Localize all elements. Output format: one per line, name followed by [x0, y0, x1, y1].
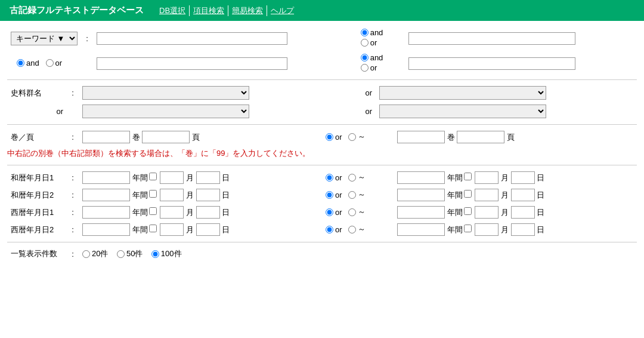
keyword-row-2: and or and — [7, 51, 637, 76]
date-month-0[interactable] — [160, 171, 184, 184]
date-or-radio-label-2[interactable]: or — [326, 208, 342, 217]
date-year-1[interactable] — [82, 189, 130, 201]
date-nen-check-2[interactable] — [149, 207, 157, 215]
keyword-input-2[interactable] — [97, 57, 287, 70]
date-month-r1[interactable] — [475, 189, 499, 201]
date-day-1[interactable] — [196, 189, 220, 201]
maki-or-radio[interactable] — [326, 133, 333, 141]
date-or-radio-1[interactable] — [326, 191, 333, 199]
shiro-section: 史料群名 : or or — [7, 84, 637, 121]
date-or-radio-3[interactable] — [326, 226, 333, 233]
display-count-section: 一覧表示件数 : 20件 50件 100件 — [7, 246, 637, 262]
maki-label: 巻／頁 — [7, 128, 67, 146]
date-nen-check-r2[interactable] — [464, 207, 472, 215]
date-or-radio-2[interactable] — [326, 208, 333, 216]
count-50-radio[interactable] — [117, 250, 125, 258]
count-20-radio[interactable] — [82, 250, 90, 258]
keyword-label-cell: キーワード ▼ — [7, 26, 81, 51]
and-radio-label-r2[interactable]: and — [361, 53, 383, 62]
date-range-radio-3[interactable] — [348, 226, 356, 233]
or-radio-label-r2[interactable]: or — [361, 63, 377, 72]
date-year-3[interactable] — [82, 223, 130, 236]
or-radio-r2[interactable] — [361, 64, 369, 72]
date-year-r0[interactable] — [397, 171, 445, 184]
maki-input-2[interactable] — [397, 131, 445, 143]
or-radio-2[interactable] — [46, 59, 54, 67]
date-year-r3[interactable] — [397, 223, 445, 236]
nav-db-select[interactable]: DB選択 — [156, 5, 190, 16]
date-label-2: 西暦年月日1 — [7, 204, 67, 221]
shiro-label: 史料群名 — [7, 84, 67, 102]
and-radio-2[interactable] — [17, 59, 24, 67]
date-month-r2[interactable] — [475, 206, 499, 219]
date-day-2[interactable] — [196, 206, 220, 219]
keyword-input-1[interactable] — [97, 32, 287, 45]
shiro-or-label-2: or — [7, 102, 67, 121]
date-range-radio-label-1[interactable]: ～ — [348, 189, 366, 200]
date-nen-check-r0[interactable] — [464, 173, 472, 180]
date-label-1: 和暦年月日2 — [7, 186, 67, 204]
main-content: キーワード ▼ : and or — [0, 21, 644, 267]
date-month-1[interactable] — [160, 189, 184, 201]
shiro-select-r1[interactable] — [379, 86, 546, 100]
date-nen-check-0[interactable] — [149, 173, 157, 180]
date-row-3: 西暦年月日2 : 年間 月 日 or ～ 年間 月 — [7, 221, 637, 238]
shiro-select-2[interactable] — [82, 105, 249, 118]
page-input-1[interactable] — [142, 131, 190, 143]
count-50-label[interactable]: 50件 — [117, 248, 143, 259]
maki-input-1[interactable] — [82, 131, 130, 143]
date-year-r1[interactable] — [397, 189, 445, 201]
date-or-radio-label-0[interactable]: or — [326, 173, 342, 182]
date-month-2[interactable] — [160, 206, 184, 219]
date-or-radio-0[interactable] — [326, 174, 333, 182]
nav-simple-search[interactable]: 簡易検索 — [228, 5, 267, 16]
date-month-r3[interactable] — [475, 223, 499, 236]
and-radio-label-2[interactable]: and — [17, 59, 39, 67]
date-month-r0[interactable] — [475, 171, 499, 184]
date-range-radio-label-2[interactable]: ～ — [348, 207, 366, 217]
date-day-r3[interactable] — [511, 223, 535, 236]
date-day-0[interactable] — [196, 171, 220, 184]
maki-range-radio[interactable] — [348, 133, 356, 141]
and-radio-1[interactable] — [361, 29, 369, 36]
count-100-radio[interactable] — [151, 250, 159, 258]
date-year-2[interactable] — [82, 206, 130, 219]
date-day-r1[interactable] — [511, 189, 535, 201]
and-radio-r2[interactable] — [361, 54, 369, 62]
date-year-0[interactable] — [82, 171, 130, 184]
date-range-radio-label-3[interactable]: ～ — [348, 224, 366, 235]
keyword-input-r1[interactable] — [408, 32, 575, 45]
date-day-3[interactable] — [196, 223, 220, 236]
date-month-3[interactable] — [160, 223, 184, 236]
date-nen-check-r1[interactable] — [464, 190, 472, 198]
date-nen-check-1[interactable] — [149, 190, 157, 198]
or-radio-label-2[interactable]: or — [46, 59, 63, 67]
date-range-radio-1[interactable] — [348, 191, 356, 199]
maki-or-radio-label[interactable]: or — [326, 133, 342, 142]
date-day-r0[interactable] — [511, 171, 535, 184]
date-year-r2[interactable] — [397, 206, 445, 219]
keyword-select[interactable]: キーワード ▼ — [11, 32, 78, 45]
shiro-select-r2[interactable] — [379, 105, 546, 118]
or-radio-1[interactable] — [361, 39, 369, 47]
maki-note: 中右記の別巻（中右記部類）を検索する場合は、「巻」に「99」を入力してください。 — [7, 146, 637, 161]
keyword-input-r2[interactable] — [408, 57, 575, 70]
count-100-label[interactable]: 100件 — [151, 248, 182, 259]
shiro-select-1[interactable] — [82, 86, 249, 100]
count-20-label[interactable]: 20件 — [82, 248, 108, 259]
nav-item-search[interactable]: 項目検索 — [190, 5, 228, 16]
page-input-2[interactable] — [457, 131, 504, 143]
date-day-r2[interactable] — [511, 206, 535, 219]
date-or-radio-label-3[interactable]: or — [326, 225, 342, 234]
or-radio-label-1[interactable]: or — [361, 38, 377, 47]
nav-help[interactable]: ヘルプ — [267, 5, 298, 16]
date-range-radio-2[interactable] — [348, 208, 356, 216]
keyword-row-1: キーワード ▼ : and or — [7, 26, 637, 51]
date-range-radio-0[interactable] — [348, 174, 356, 182]
and-radio-label-1[interactable]: and — [361, 28, 383, 37]
date-range-radio-label-0[interactable]: ～ — [348, 172, 366, 183]
date-or-radio-label-1[interactable]: or — [326, 190, 342, 199]
maki-range-radio-label[interactable]: ～ — [348, 131, 366, 142]
date-nen-check-r3[interactable] — [464, 225, 472, 232]
date-nen-check-3[interactable] — [149, 225, 157, 232]
